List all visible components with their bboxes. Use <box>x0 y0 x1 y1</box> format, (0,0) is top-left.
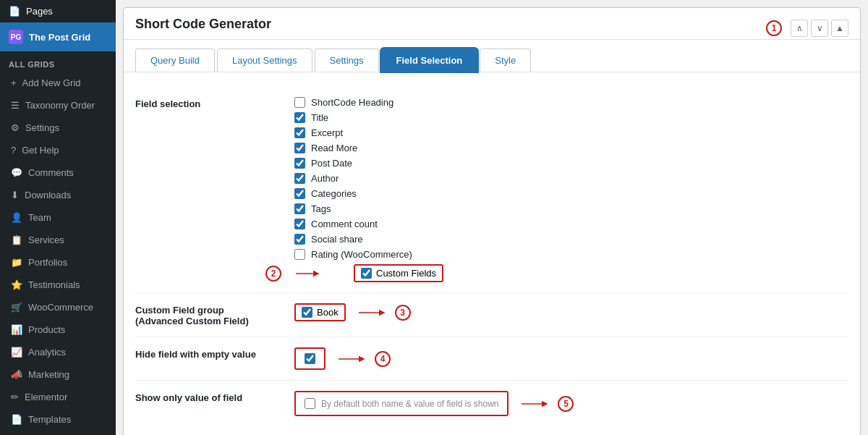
checkbox-categories[interactable]: Categories <box>294 188 848 199</box>
checkbox-title-label: Title <box>311 112 328 123</box>
checkbox-post-date-input[interactable] <box>294 158 305 169</box>
services-icon: 📋 <box>11 235 22 245</box>
sidebar-item-settings[interactable]: ⚙ Settings <box>0 117 116 139</box>
sidebar-pages-label: Pages <box>26 6 53 17</box>
annotation-5-badge: 5 <box>558 396 574 412</box>
settings-icon: ⚙ <box>11 122 20 133</box>
hide-empty-control: 4 <box>294 347 848 370</box>
collapse-up-button[interactable]: ∧ <box>791 20 808 37</box>
team-icon: 👤 <box>11 212 22 223</box>
marketing-icon: 📣 <box>11 369 22 380</box>
sidebar-item-products[interactable]: 📊 Products <box>0 318 116 341</box>
hide-empty-label: Hide field with empty value <box>135 347 280 360</box>
checkbox-custom-fields-input[interactable] <box>361 268 372 279</box>
show-only-control: By default both name & value of field is… <box>294 391 848 416</box>
checkbox-read-more-label: Read More <box>311 143 357 153</box>
tab-layout-settings[interactable]: Layout Settings <box>217 48 312 72</box>
checkbox-author-label: Author <box>311 173 339 184</box>
checkbox-read-more[interactable]: Read More <box>294 143 848 153</box>
checkbox-categories-input[interactable] <box>294 188 305 199</box>
sidebar-item-testimonials[interactable]: ⭐ Testimonials <box>0 274 116 296</box>
main-content: Short Code Generator 1 ∧ ∨ ▲ Query Build… <box>116 0 868 435</box>
show-only-row: Show only value of field By default both… <box>135 381 848 426</box>
sidebar-item-woocommerce[interactable]: 🛒 WooCommerce <box>0 296 116 318</box>
add-icon: + <box>11 77 17 88</box>
book-label: Book <box>317 307 339 318</box>
book-checkbox-input[interactable] <box>302 307 312 318</box>
checkbox-excerpt-label: Excerpt <box>311 127 343 138</box>
checkbox-title-input[interactable] <box>294 112 305 123</box>
hide-empty-checkbox-box <box>294 347 326 370</box>
comments-label: Comments <box>28 167 74 178</box>
taxonomy-icon: ☰ <box>11 100 20 111</box>
checkbox-social-share[interactable]: Social share <box>294 234 848 245</box>
annotation-2-arrow <box>293 268 319 279</box>
sidebar-item-downloads[interactable]: ⬇ Downloads <box>0 184 116 206</box>
checkbox-post-date[interactable]: Post Date <box>294 158 848 169</box>
checkbox-excerpt-input[interactable] <box>294 127 305 138</box>
tab-style[interactable]: Style <box>480 48 531 72</box>
marketing-label: Marketing <box>28 369 69 380</box>
hide-empty-checkbox-input[interactable] <box>305 353 315 364</box>
minimize-button[interactable]: ▲ <box>831 20 848 37</box>
hide-empty-row: Hide field with empty value 4 <box>135 337 848 381</box>
checkbox-shortcode-heading-input[interactable] <box>294 97 305 108</box>
portfolios-icon: 📁 <box>11 257 22 268</box>
tab-field-selection-label: Field Selection <box>396 55 463 66</box>
collapse-down-button[interactable]: ∨ <box>811 20 828 37</box>
sidebar-item-marketing[interactable]: 📣 Marketing <box>0 363 116 386</box>
checkbox-shortcode-heading[interactable]: ShortCode Heading <box>294 97 848 108</box>
checkbox-rating-woo[interactable]: Rating (WooCommerce) <box>294 249 848 260</box>
checkbox-custom-fields-label: Custom Fields <box>376 268 436 279</box>
annotation-2-badge: 2 <box>265 266 281 282</box>
checkbox-comment-count-input[interactable] <box>294 219 305 229</box>
checkbox-title[interactable]: Title <box>294 112 848 123</box>
tab-content: Field selection ShortCode Heading Title <box>124 72 860 435</box>
checkbox-read-more-input[interactable] <box>294 143 305 153</box>
tab-field-selection[interactable]: Field Selection <box>381 48 478 72</box>
sidebar-brand[interactable]: PG The Post Grid <box>0 22 116 51</box>
sidebar-item-portfolios[interactable]: 📁 Portfolios <box>0 251 116 274</box>
checkbox-rating-woo-input[interactable] <box>294 249 305 260</box>
sidebar-item-elementor[interactable]: ✏ Elementor <box>0 386 116 408</box>
help-icon: ? <box>11 145 16 156</box>
field-selection-label: Field selection <box>135 97 280 109</box>
book-field-highlighted: Book <box>294 303 346 321</box>
tab-query-build-label: Query Build <box>150 55 200 66</box>
templates-icon: 📄 <box>11 414 22 425</box>
checkbox-social-share-label: Social share <box>311 234 363 245</box>
tab-settings[interactable]: Settings <box>315 48 379 72</box>
downloads-icon: ⬇ <box>11 190 19 200</box>
annotation-3-badge: 3 <box>395 305 411 321</box>
checkbox-excerpt[interactable]: Excerpt <box>294 127 848 138</box>
sidebar-item-analytics[interactable]: 📈 Analytics <box>0 341 116 363</box>
checkbox-list: ShortCode Heading Title Excerpt <box>294 97 848 282</box>
checkbox-author-input[interactable] <box>294 173 305 184</box>
woocommerce-label: WooCommerce <box>28 302 93 313</box>
checkbox-shortcode-heading-label: ShortCode Heading <box>311 97 393 108</box>
show-only-checkbox-input[interactable] <box>305 398 315 409</box>
comments-icon: 💬 <box>11 167 22 178</box>
checkbox-tags[interactable]: Tags <box>294 203 848 214</box>
woo-icon: 🛒 <box>11 302 22 313</box>
tab-query-build[interactable]: Query Build <box>135 48 215 72</box>
annotation-5-arrow <box>519 398 548 410</box>
sidebar-item-add-new-grid[interactable]: + Add New Grid <box>0 72 116 94</box>
sidebar-item-comments[interactable]: 💬 Comments <box>0 161 116 184</box>
brand-name: The Post Grid <box>29 32 90 43</box>
sidebar-item-templates[interactable]: 📄 Templates <box>0 408 116 431</box>
checkbox-author[interactable]: Author <box>294 173 848 184</box>
annotation-1-badge: 1 <box>766 20 782 36</box>
sidebar-item-get-help[interactable]: ? Get Help <box>0 139 116 161</box>
checkbox-comment-count[interactable]: Comment count <box>294 219 848 229</box>
checkbox-tags-input[interactable] <box>294 203 305 214</box>
annotation-4-arrow <box>336 353 365 365</box>
sidebar-item-services[interactable]: 📋 Services <box>0 229 116 251</box>
taxonomy-order-label: Taxonomy Order <box>25 100 95 111</box>
sidebar-item-pages[interactable]: 📄 Pages <box>0 0 116 22</box>
sidebar-item-team[interactable]: 👤 Team <box>0 206 116 229</box>
custom-fields-highlighted[interactable]: Custom Fields <box>354 264 443 282</box>
checkbox-social-share-input[interactable] <box>294 234 305 245</box>
checkbox-comment-count-label: Comment count <box>311 219 378 229</box>
sidebar-item-taxonomy-order[interactable]: ☰ Taxonomy Order <box>0 94 116 117</box>
